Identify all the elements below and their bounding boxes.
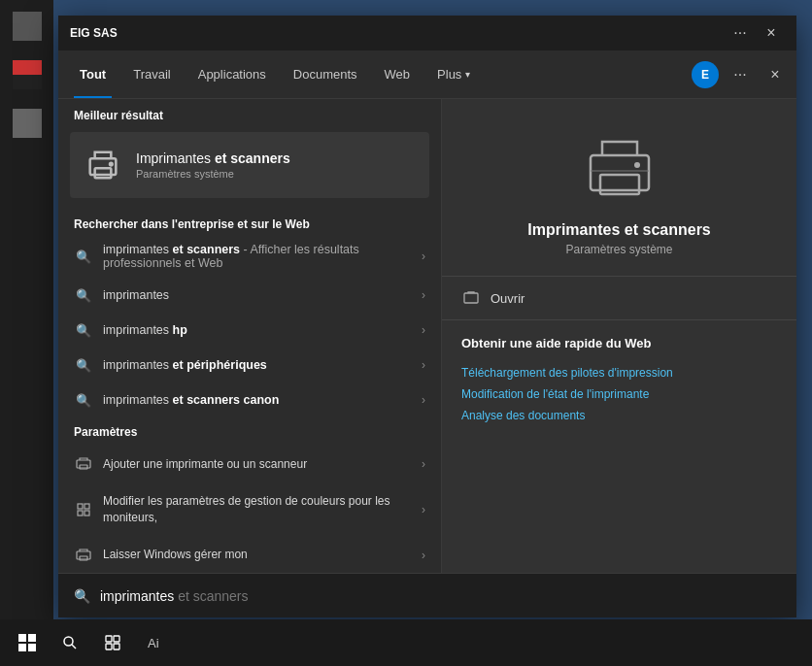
taskbar: Ai xyxy=(0,619,812,666)
web-help-item-2[interactable]: Modification de l'état de l'imprimante xyxy=(461,383,777,405)
svg-rect-15 xyxy=(464,293,478,303)
settings-item-1[interactable]: Ajouter une imprimante ou un scanneur › xyxy=(58,443,441,485)
web-result-text-1: imprimantes et scanners - Afficher les r… xyxy=(103,243,412,270)
params-section-header: Paramètres xyxy=(58,417,441,443)
svg-point-20 xyxy=(64,637,73,646)
web-result-5[interactable]: 🔍 imprimantes et scanners canon › xyxy=(58,383,441,417)
tab-applications[interactable]: Applications xyxy=(185,50,280,98)
arrow-icon-5: › xyxy=(422,393,425,407)
svg-point-13 xyxy=(634,162,640,168)
svg-rect-19 xyxy=(28,644,36,651)
detail-title: Imprimantes et scanners xyxy=(527,221,711,239)
svg-rect-6 xyxy=(85,504,89,509)
detail-printer-icon xyxy=(581,128,659,206)
web-result-text-5: imprimantes et scanners canon xyxy=(103,393,412,407)
svg-rect-9 xyxy=(77,551,90,559)
main-content: Meilleur résultat Imprimantes et scanner… xyxy=(58,99,796,573)
search-icon-1: 🔍 xyxy=(74,247,93,266)
svg-rect-25 xyxy=(114,644,119,649)
search-bar: 🔍 imprimantes et scanners xyxy=(58,573,796,617)
more-button[interactable]: ··· xyxy=(727,19,754,47)
more-options-button[interactable]: ··· xyxy=(727,61,754,88)
strip-item-1 xyxy=(5,4,50,49)
search-window: EIG SAS ··· × Tout Travail Applications … xyxy=(58,16,796,617)
search-icon-3: 🔍 xyxy=(74,320,93,340)
strip-item-2 xyxy=(5,52,50,97)
web-help-section: Obtenir une aide rapide du Web Télécharg… xyxy=(442,320,796,442)
detail-top: Imprimantes et scanners Paramètres systè… xyxy=(442,99,796,277)
web-section-header: Rechercher dans l'entreprise et sur le W… xyxy=(58,210,441,235)
arrow-settings-1: › xyxy=(422,457,425,471)
web-result-1[interactable]: 🔍 imprimantes et scanners - Afficher les… xyxy=(58,235,441,278)
best-result-info: Imprimantes et scanners Paramètres systè… xyxy=(136,150,290,180)
search-icon-4: 🔍 xyxy=(74,355,93,375)
svg-rect-18 xyxy=(18,644,26,651)
search-input-display[interactable]: imprimantes et scanners xyxy=(100,588,249,604)
web-result-2[interactable]: 🔍 imprimantes › xyxy=(58,278,441,313)
open-action[interactable]: Ouvrir xyxy=(442,277,796,319)
open-icon xyxy=(461,288,481,308)
best-result-icon xyxy=(82,144,124,186)
detail-subtitle: Paramètres système xyxy=(565,243,672,256)
svg-rect-22 xyxy=(106,636,112,642)
svg-rect-23 xyxy=(114,636,119,642)
results-panel: Meilleur résultat Imprimantes et scanner… xyxy=(58,99,442,573)
web-result-text-4: imprimantes et périphériques xyxy=(103,358,412,372)
window-close-button[interactable]: × xyxy=(761,61,789,88)
web-result-text-2: imprimantes xyxy=(103,288,412,302)
settings-icon-2 xyxy=(74,500,93,519)
window-title: EIG SAS xyxy=(70,26,118,40)
arrow-settings-3: › xyxy=(422,549,425,562)
svg-line-21 xyxy=(72,645,76,649)
user-avatar[interactable]: E xyxy=(692,61,719,88)
web-help-item-1[interactable]: Téléchargement des pilotes d'impression xyxy=(461,362,777,383)
arrow-icon-4: › xyxy=(422,358,425,372)
chevron-down-icon: ▾ xyxy=(465,69,470,80)
tab-travail[interactable]: Travail xyxy=(119,50,185,98)
web-result-text-3: imprimantes hp xyxy=(103,323,412,337)
svg-rect-5 xyxy=(78,504,83,509)
printer-icon xyxy=(84,146,122,184)
web-result-4[interactable]: 🔍 imprimantes et périphériques › xyxy=(58,348,441,383)
strip-item-3 xyxy=(5,101,50,146)
svg-rect-1 xyxy=(95,168,112,178)
svg-rect-8 xyxy=(85,511,89,516)
svg-point-2 xyxy=(110,163,113,166)
settings-icon-1 xyxy=(74,454,93,474)
svg-rect-10 xyxy=(80,556,87,560)
arrow-icon-3: › xyxy=(422,323,425,337)
taskbar-ai-label[interactable]: Ai xyxy=(140,619,167,666)
close-button[interactable]: × xyxy=(758,19,785,47)
search-icon-2: 🔍 xyxy=(74,285,93,305)
best-result-subtitle: Paramètres système xyxy=(136,168,290,180)
svg-rect-16 xyxy=(18,634,26,642)
svg-rect-17 xyxy=(28,634,36,642)
best-result-title: Imprimantes et scanners xyxy=(136,150,290,166)
tab-plus[interactable]: Plus ▾ xyxy=(423,50,484,98)
settings-item-2[interactable]: Modifier les paramètres de gestion de co… xyxy=(58,485,441,534)
web-help-title: Obtenir une aide rapide du Web xyxy=(461,336,777,350)
tab-web[interactable]: Web xyxy=(371,50,424,98)
tabs-right: E ··· × xyxy=(692,50,789,98)
web-result-3[interactable]: 🔍 imprimantes hp › xyxy=(58,313,441,348)
arrow-settings-2: › xyxy=(422,503,425,516)
search-icon-5: 🔍 xyxy=(74,390,93,410)
svg-rect-7 xyxy=(78,511,83,516)
side-strips xyxy=(0,0,53,619)
start-button[interactable] xyxy=(8,623,47,662)
web-help-item-3[interactable]: Analyse des documents xyxy=(461,405,777,426)
svg-rect-3 xyxy=(77,460,90,468)
settings-text-3: Laisser Windows gérer mon xyxy=(103,547,412,563)
tab-documents[interactable]: Documents xyxy=(280,50,371,98)
taskbar-taskview-button[interactable] xyxy=(93,623,132,662)
best-result-item[interactable]: Imprimantes et scanners Paramètres systè… xyxy=(70,132,429,198)
taskbar-search-button[interactable] xyxy=(51,623,89,662)
best-result-header: Meilleur résultat xyxy=(58,99,441,128)
arrow-icon-1: › xyxy=(422,250,425,263)
printer-large-icon xyxy=(581,128,659,206)
arrow-icon-2: › xyxy=(422,288,425,302)
settings-item-3[interactable]: Laisser Windows gérer mon › xyxy=(58,534,441,573)
open-action-label: Ouvrir xyxy=(491,291,524,306)
tab-tout[interactable]: Tout xyxy=(66,50,119,98)
settings-text-1: Ajouter une imprimante ou un scanneur xyxy=(103,456,412,473)
